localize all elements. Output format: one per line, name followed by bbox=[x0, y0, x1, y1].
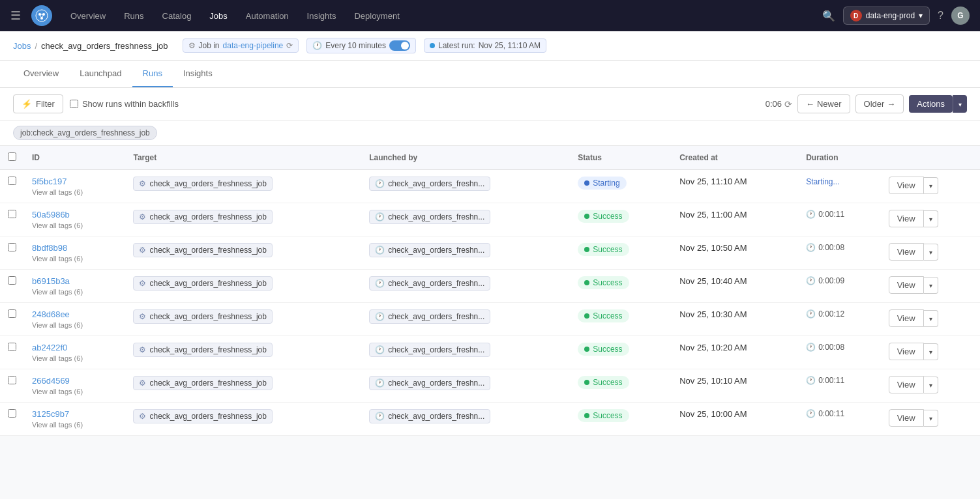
view-button[interactable]: View bbox=[889, 276, 924, 294]
backfills-label: Show runs within backfills bbox=[82, 99, 179, 109]
view-dropdown-button[interactable]: ▾ bbox=[924, 310, 938, 327]
breadcrumb-jobs-link[interactable]: Jobs bbox=[13, 41, 31, 51]
run-id-link[interactable]: ab2422f0 bbox=[32, 343, 117, 352]
view-dropdown-button[interactable]: ▾ bbox=[924, 277, 938, 294]
run-id-link[interactable]: 8bdf8b98 bbox=[32, 243, 117, 253]
view-button[interactable]: View bbox=[889, 177, 924, 194]
col-actions bbox=[881, 146, 980, 170]
refresh-button[interactable]: ⟳ bbox=[784, 99, 792, 109]
view-dropdown-button[interactable]: ▾ bbox=[924, 343, 938, 360]
view-button[interactable]: View bbox=[889, 309, 924, 327]
view-dropdown-button[interactable]: ▾ bbox=[924, 410, 938, 427]
duration-value: 0:00:08 bbox=[818, 243, 844, 252]
nav-automation[interactable]: Automation bbox=[238, 7, 297, 25]
run-id-link[interactable]: 5f5bc197 bbox=[32, 177, 117, 186]
view-tags-link[interactable]: View all tags (6) bbox=[32, 388, 117, 395]
nav-jobs[interactable]: Jobs bbox=[201, 7, 235, 25]
view-dropdown-button[interactable]: ▾ bbox=[924, 377, 938, 393]
tab-launchpad[interactable]: Launchpad bbox=[69, 61, 132, 87]
run-id-link[interactable]: 248d68ee bbox=[32, 309, 117, 319]
col-id: ID bbox=[24, 146, 125, 170]
target-badge: ⚙ check_avg_orders_freshness_job bbox=[133, 309, 272, 324]
newer-button[interactable]: ← Newer bbox=[797, 94, 850, 113]
nav-runs[interactable]: Runs bbox=[116, 7, 151, 25]
select-all-checkbox[interactable] bbox=[8, 152, 16, 161]
user-avatar[interactable]: G bbox=[951, 7, 970, 25]
view-tags-link[interactable]: View all tags (6) bbox=[32, 288, 117, 296]
row-checkbox-cell bbox=[0, 336, 24, 369]
view-button[interactable]: View bbox=[889, 210, 924, 227]
view-button[interactable]: View bbox=[889, 376, 924, 393]
row-id-cell: 50a5986b View all tags (6) bbox=[24, 203, 125, 236]
view-dropdown-button[interactable]: ▾ bbox=[924, 244, 938, 261]
run-id-link[interactable]: 50a5986b bbox=[32, 210, 117, 220]
row-checkbox[interactable] bbox=[8, 309, 16, 318]
table-row: ab2422f0 View all tags (6) ⚙ check_avg_o… bbox=[0, 336, 980, 369]
run-id-link[interactable]: 3125c9b7 bbox=[32, 409, 117, 419]
target-name: check_avg_orders_freshness_job bbox=[149, 212, 266, 221]
view-tags-link[interactable]: View all tags (6) bbox=[32, 188, 117, 196]
status-dot bbox=[584, 247, 589, 252]
schedule-toggle[interactable] bbox=[389, 40, 410, 51]
nav-deployment[interactable]: Deployment bbox=[346, 7, 407, 25]
row-checkbox[interactable] bbox=[8, 376, 16, 384]
status-label: Success bbox=[593, 411, 622, 420]
view-button[interactable]: View bbox=[889, 243, 924, 261]
col-status: Status bbox=[570, 146, 672, 170]
tab-runs[interactable]: Runs bbox=[132, 61, 173, 87]
run-id-link[interactable]: 266d4569 bbox=[32, 376, 117, 386]
nav-right-section: 🔍 D data-eng-prod ▾ ? G bbox=[822, 7, 970, 25]
row-id-cell: 3125c9b7 View all tags (6) bbox=[24, 403, 125, 436]
row-checkbox[interactable] bbox=[8, 210, 16, 218]
row-target-cell: ⚙ check_avg_orders_freshness_job bbox=[125, 270, 361, 303]
created-at-value: Nov 25, 10:50 AM bbox=[679, 243, 747, 253]
pipeline-refresh-icon[interactable]: ⟳ bbox=[286, 41, 293, 50]
row-checkbox[interactable] bbox=[8, 343, 16, 351]
tag-filter-pill[interactable]: job:check_avg_orders_freshness_job bbox=[13, 126, 157, 140]
backfills-checkbox-label[interactable]: Show runs within backfills bbox=[70, 99, 179, 109]
nav-overview[interactable]: Overview bbox=[63, 7, 113, 25]
actions-dropdown-button[interactable]: ▾ bbox=[953, 95, 967, 113]
nav-insights[interactable]: Insights bbox=[299, 7, 344, 25]
filter-button[interactable]: ⚡ Filter bbox=[13, 94, 63, 113]
row-checkbox[interactable] bbox=[8, 409, 16, 418]
view-button[interactable]: View bbox=[889, 409, 924, 427]
actions-chevron-icon: ▾ bbox=[958, 101, 962, 108]
pipeline-link[interactable]: data-eng-pipeline bbox=[223, 41, 284, 50]
tag-filters: job:check_avg_orders_freshness_job bbox=[0, 121, 980, 146]
row-status-cell: Success bbox=[570, 303, 672, 336]
view-dropdown-button[interactable]: ▾ bbox=[924, 210, 938, 227]
view-tags-link[interactable]: View all tags (6) bbox=[32, 221, 117, 229]
launch-clock-icon: 🕐 bbox=[375, 212, 385, 221]
older-button[interactable]: Older → bbox=[855, 94, 904, 113]
latest-run-link[interactable]: Nov 25, 11:10 AM bbox=[479, 41, 541, 50]
view-tags-link[interactable]: View all tags (6) bbox=[32, 321, 117, 329]
search-icon[interactable]: 🔍 bbox=[822, 10, 835, 22]
backfills-checkbox[interactable] bbox=[70, 100, 78, 108]
actions-button[interactable]: Actions bbox=[909, 95, 953, 113]
workspace-selector[interactable]: D data-eng-prod ▾ bbox=[843, 7, 930, 25]
nav-catalog[interactable]: Catalog bbox=[155, 7, 200, 25]
view-tags-link[interactable]: View all tags (6) bbox=[32, 421, 117, 429]
help-icon[interactable]: ? bbox=[938, 10, 943, 21]
view-tags-link[interactable]: View all tags (6) bbox=[32, 354, 117, 362]
run-id-link[interactable]: b6915b3a bbox=[32, 276, 117, 286]
row-checkbox-cell bbox=[0, 236, 24, 270]
target-icon: ⚙ bbox=[139, 179, 146, 188]
row-checkbox[interactable] bbox=[8, 177, 16, 185]
row-checkbox[interactable] bbox=[8, 276, 16, 285]
view-dropdown-button[interactable]: ▾ bbox=[924, 177, 938, 194]
toolbar: ⚡ Filter Show runs within backfills 0:06… bbox=[0, 88, 980, 121]
row-target-cell: ⚙ check_avg_orders_freshness_job bbox=[125, 236, 361, 270]
view-button[interactable]: View bbox=[889, 343, 924, 360]
launched-by-name: check_avg_orders_freshn... bbox=[388, 179, 484, 188]
tab-overview[interactable]: Overview bbox=[13, 61, 69, 87]
breadcrumb-current-job: check_avg_orders_freshness_job bbox=[41, 41, 168, 51]
schedule-clock-icon: 🕐 bbox=[312, 41, 322, 50]
row-target-cell: ⚙ check_avg_orders_freshness_job bbox=[125, 369, 361, 403]
row-checkbox[interactable] bbox=[8, 243, 16, 251]
hamburger-menu-icon[interactable]: ☰ bbox=[10, 8, 21, 23]
tab-insights[interactable]: Insights bbox=[173, 61, 223, 87]
view-tags-link[interactable]: View all tags (6) bbox=[32, 255, 117, 263]
launched-badge: 🕐 check_avg_orders_freshn... bbox=[369, 409, 490, 423]
